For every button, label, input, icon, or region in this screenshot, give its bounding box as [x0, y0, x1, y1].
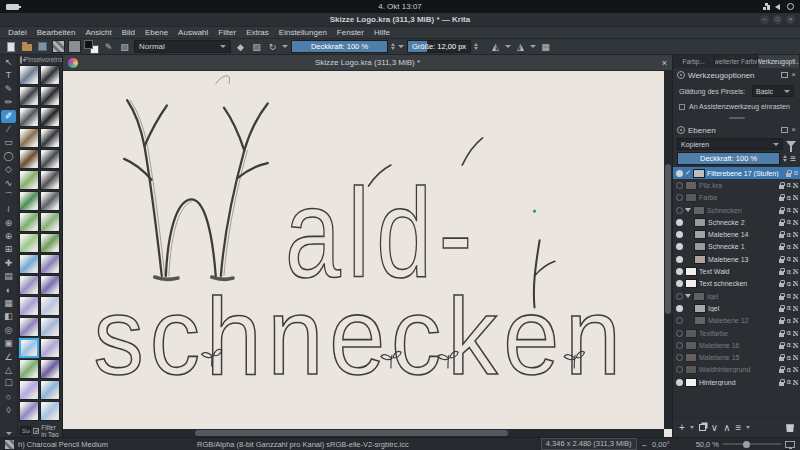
inherit-alpha-icon[interactable]	[793, 208, 798, 213]
brush-preset-thumbnail[interactable]	[40, 380, 60, 400]
layer-thumbnail[interactable]	[694, 304, 706, 313]
freehand-path-tool[interactable]: ≀	[1, 203, 16, 216]
layer-name[interactable]: Text schnecken	[699, 280, 777, 287]
brush-preset-thumbnail[interactable]	[40, 86, 60, 106]
brush-preset-thumbnail[interactable]	[19, 338, 39, 358]
brush-presets-icon[interactable]: ▧	[118, 40, 131, 53]
layer-visibility-toggle[interactable]	[676, 243, 683, 250]
canvas[interactable]: ald- schnecken	[63, 71, 672, 437]
layer-visibility-toggle[interactable]	[676, 305, 683, 312]
layer-thumbnail[interactable]	[694, 242, 706, 251]
toolbox-overflow-icon[interactable]	[6, 432, 12, 435]
color-sampler-tool[interactable]: ◐	[1, 284, 16, 297]
layer-name[interactable]: Malebene 13	[708, 256, 777, 263]
layer-visibility-toggle[interactable]	[676, 379, 683, 386]
freehand-brush-tool[interactable]: ✐	[1, 110, 16, 123]
brush-preset-thumbnail[interactable]	[19, 65, 39, 85]
inherit-alpha-icon[interactable]	[793, 294, 798, 299]
layer-row[interactable]: Igelα	[673, 290, 800, 302]
colorspace-info[interactable]: RGB/Alpha (8-bit Ganzzahl pro Kanal) sRG…	[197, 440, 409, 449]
docker-tab[interactable]: Farbp...	[673, 55, 715, 68]
alpha-lock-icon[interactable]: α	[786, 231, 791, 239]
alpha-lock-icon[interactable]: α	[786, 194, 791, 202]
calligraphy-tool[interactable]: ✏	[1, 96, 16, 109]
lock-icon[interactable]	[779, 234, 784, 238]
layer-row[interactable]: Malebene 15α	[673, 351, 800, 363]
smoothing-select[interactable]: Basic	[752, 85, 794, 97]
chevron-down-icon[interactable]	[690, 426, 694, 429]
rect-select-tool[interactable]: ☐	[1, 377, 16, 390]
layer-name[interactable]: Waldhintergrund	[699, 366, 777, 373]
layer-thumbnail[interactable]	[694, 316, 706, 325]
lock-icon[interactable]	[779, 246, 784, 250]
inherit-alpha-icon[interactable]	[793, 220, 798, 225]
layer-thumbnail[interactable]	[694, 218, 706, 227]
layer-name[interactable]: Malebene 14	[708, 231, 777, 238]
docker-tab[interactable]: Werkzeugopti...	[758, 55, 800, 68]
layer-visibility-toggle[interactable]	[676, 342, 683, 349]
inherit-alpha-icon[interactable]	[793, 306, 798, 311]
alpha-lock-icon[interactable]: α	[786, 280, 791, 288]
inherit-alpha-icon[interactable]	[793, 257, 798, 262]
alpha-lock-icon[interactable]: α	[793, 169, 798, 177]
brush-preset-thumbnail[interactable]	[19, 107, 39, 127]
layer-visibility-toggle[interactable]	[676, 194, 683, 201]
ellipse-tool[interactable]: ◯	[1, 150, 16, 163]
fill-tool[interactable]: ◧	[1, 310, 16, 323]
wraparound-mode-icon[interactable]: ▦	[539, 40, 552, 53]
layer-visibility-toggle[interactable]	[676, 280, 683, 287]
brush-preset-thumbnail[interactable]	[40, 107, 60, 127]
layer-name[interactable]: Hintergrund	[699, 379, 777, 386]
layer-row[interactable]: Farbeα	[673, 192, 800, 204]
layer-thumbnail[interactable]	[685, 193, 697, 202]
pattern-chooser[interactable]	[68, 40, 81, 53]
alpha-lock-icon[interactable]: α	[786, 341, 791, 349]
brush-preset-thumbnail[interactable]	[19, 86, 39, 106]
layer-visibility-toggle[interactable]	[676, 293, 683, 300]
new-document-icon[interactable]	[4, 40, 17, 53]
alpha-lock-icon[interactable]: α	[786, 181, 791, 189]
layer-thumbnail[interactable]	[685, 341, 697, 350]
alpha-lock-icon[interactable]: α	[786, 354, 791, 362]
crop-tool[interactable]: ⊞	[1, 243, 16, 256]
rectangle-tool[interactable]: ▭	[1, 136, 16, 149]
filter-enabled-checkbox[interactable]: ✓	[685, 169, 691, 177]
duplicate-layer-button[interactable]	[699, 424, 706, 431]
close-icon[interactable]: ×	[662, 58, 667, 68]
layer-name[interactable]: Schnecke 2	[708, 219, 777, 226]
layers-header[interactable]: Ebenen ×	[673, 123, 800, 137]
brush-preset-thumbnail[interactable]	[40, 296, 60, 316]
volume-icon[interactable]	[775, 4, 780, 10]
inherit-alpha-icon[interactable]	[793, 380, 798, 385]
layer-visibility-toggle[interactable]	[676, 170, 683, 177]
layer-visibility-toggle[interactable]	[676, 256, 683, 263]
lock-icon[interactable]	[779, 185, 784, 189]
lock-icon[interactable]	[779, 210, 784, 214]
layer-row[interactable]: Malebene 13α	[673, 253, 800, 265]
zoom-slider[interactable]	[723, 443, 781, 445]
layer-name[interactable]: Igel	[707, 293, 777, 300]
inherit-alpha-icon[interactable]	[793, 281, 798, 286]
inherit-alpha-icon[interactable]	[793, 331, 798, 336]
brush-preset-thumbnail[interactable]	[19, 170, 39, 190]
brush-preset-thumbnail[interactable]	[40, 191, 60, 211]
layer-visibility-toggle[interactable]	[676, 231, 683, 238]
lock-icon[interactable]	[779, 320, 784, 324]
layer-row[interactable]: Hintergrundα	[673, 376, 800, 388]
layer-thumbnail[interactable]	[685, 279, 697, 288]
inherit-alpha-icon[interactable]	[793, 355, 798, 360]
inherit-alpha-icon[interactable]	[793, 343, 798, 348]
layer-thumbnail[interactable]	[694, 255, 706, 264]
layer-row[interactable]: Igelα	[673, 302, 800, 314]
brush-preset-thumbnail[interactable]	[19, 401, 39, 421]
lock-icon[interactable]	[779, 369, 784, 373]
filter-in-tag-checkbox[interactable]: ✓	[33, 428, 39, 434]
maximize-button[interactable]: □	[773, 15, 782, 24]
alpha-lock-icon[interactable]: α	[786, 304, 791, 312]
lock-icon[interactable]	[779, 271, 784, 275]
layer-thumbnail[interactable]	[685, 378, 697, 387]
brush-preset-thumbnail[interactable]	[19, 212, 39, 232]
measure-tool[interactable]: ∠	[1, 351, 16, 364]
alpha-lock-icon[interactable]: α	[786, 378, 791, 386]
layer-row[interactable]: Malebene 16α	[673, 339, 800, 351]
